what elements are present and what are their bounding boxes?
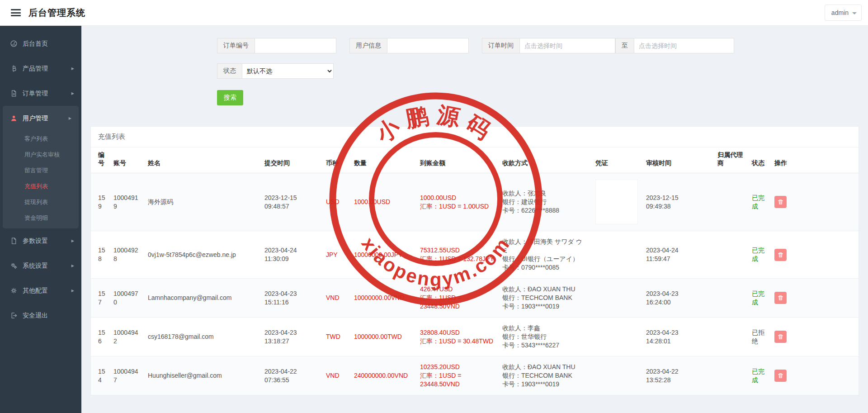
cell-agent [714, 231, 748, 279]
cell-audit-time: 2023-04-2213:52:28 [642, 356, 714, 395]
cell-name: Lamnhacompany@gmail.com [144, 279, 261, 318]
sidebar-item-params[interactable]: 参数设置▶ [0, 228, 81, 253]
sidebar-item-logout[interactable]: 安全退出 [0, 303, 81, 328]
cell-quantity: 10000000.00VND [350, 279, 416, 318]
order-time-group: 订单时间 至 [482, 38, 734, 53]
column-header: 姓名 [144, 147, 261, 173]
cell-agent [714, 318, 748, 356]
start-time-input[interactable] [520, 38, 615, 53]
order-time-label: 订单时间 [482, 38, 520, 53]
audit-time-line: 13:52:28 [646, 376, 710, 385]
sidebar-item-label: 用户管理 [23, 114, 48, 123]
cell-status: 已完成 [748, 231, 771, 279]
sidebar-subitem[interactable]: 留言管理 [3, 162, 79, 178]
end-time-input[interactable] [634, 38, 734, 53]
chevron-right-icon: ▶ [71, 66, 74, 71]
credited-line: 32808.40USD [420, 328, 495, 337]
payment-line: 银行：UI银行（ユーアイ） [502, 255, 588, 263]
cell-audit-time: 2023-04-2316:24:00 [642, 279, 714, 318]
table-row: 15410004947Huunghiseller@gmail.com2023-0… [91, 356, 859, 395]
audit-time-line: 2023-04-23 [646, 328, 710, 337]
search-button[interactable]: 搜索 [217, 90, 243, 105]
sidebar-subitem[interactable]: 资金明细 [3, 210, 79, 226]
gear-icon [10, 287, 18, 294]
payment-line: 银行：TECHCOM BANK [502, 294, 588, 302]
sidebar-item-orders[interactable]: 订单管理▶ [0, 81, 81, 106]
cell-credited-amount: 75312.55USD汇率：1USD = 132.78JPY [416, 231, 499, 279]
submit-time-line: 11:30:09 [264, 255, 319, 263]
sidebar-group-users: 用户管理▶客户列表用户实名审核留言管理充值列表提现列表资金明细 [3, 106, 79, 228]
app-title: 后台管理系统 [28, 7, 85, 19]
chevron-right-icon: ▶ [71, 91, 74, 95]
order-file-icon [10, 90, 18, 97]
cell-name: csy168178@gmail.com [144, 318, 261, 356]
hamburger-menu-icon[interactable] [11, 9, 21, 16]
sidebar: 后台首页产品管理▶订单管理▶用户管理▶客户列表用户实名审核留言管理充值列表提现列… [0, 26, 81, 413]
cell-payment-method: 收款人：张志良银行：建设银行卡号：6226****8888 [499, 173, 592, 231]
cell-payment-method: 收款人：ĐAO XUAN THU银行：TECHCOM BANK卡号：1903**… [499, 356, 592, 395]
sidebar-subitem[interactable]: 提现列表 [3, 194, 79, 210]
payment-line: 银行：世华银行 [502, 332, 588, 341]
main-content: 订单编号 用户信息 订单时间 至 状态 默认不选 搜索 [81, 26, 868, 413]
cell-submit-time: 2023-04-2411:30:09 [261, 231, 322, 279]
cell-currency: JPY [322, 231, 350, 279]
submit-time-line: 13:18:27 [264, 337, 319, 346]
gears-icon [10, 262, 18, 270]
sidebar-subitem[interactable]: 充值列表 [3, 178, 79, 194]
chevron-right-icon: ▶ [71, 264, 74, 268]
column-header: 归属代理商 [714, 147, 748, 173]
audit-time-line: 14:28:01 [646, 337, 710, 346]
sidebar-item-users[interactable]: 用户管理▶ [3, 106, 79, 131]
credited-line: 汇率：1USD = 132.78JPY [420, 255, 495, 263]
cell-credited-amount: 10235.20USD汇率：1USD = 23448.50VND [416, 356, 499, 395]
audit-time-line: 2023-04-22 [646, 367, 710, 376]
cell-name: Huunghiseller@gmail.com [144, 356, 261, 395]
cell-currency: VND [322, 279, 350, 318]
delete-button[interactable] [774, 370, 787, 382]
cell-status: 已完成 [748, 173, 771, 231]
cell-credited-amount: 1000.00USD汇率：1USD = 1.00USD [416, 173, 499, 231]
cell-payment-method: 收款人：ĐAO XUAN THU银行：TECHCOM BANK卡号：1903**… [499, 279, 592, 318]
sidebar-subitem[interactable]: 客户列表 [3, 131, 79, 147]
sidebar-subitem[interactable]: 用户实名审核 [3, 147, 79, 162]
chevron-right-icon: ▶ [69, 116, 71, 120]
credited-line: 汇率：1USD = 23448.50VND [420, 371, 495, 389]
cell-submit-time: 2023-12-1509:48:57 [261, 173, 322, 231]
sidebar-item-label: 参数设置 [23, 237, 48, 245]
voucher-thumbnail[interactable] [595, 180, 638, 224]
order-no-input[interactable] [255, 38, 336, 53]
status-select[interactable]: 默认不选 [242, 63, 334, 79]
payment-line: 卡号：1903****0019 [502, 380, 588, 389]
delete-button[interactable] [774, 331, 787, 343]
payment-line: 收款人：ĐAO XUAN THU [502, 363, 588, 371]
cell-account: 10004942 [110, 318, 144, 356]
search-filters: 订单编号 用户信息 订单时间 至 状态 默认不选 搜索 [217, 26, 868, 105]
cell-voucher [592, 173, 642, 231]
delete-button[interactable] [774, 249, 787, 261]
order-no-group: 订单编号 [217, 38, 336, 53]
submit-time-line: 2023-04-23 [264, 290, 319, 298]
column-header: 提交时间 [261, 147, 322, 173]
delete-button[interactable] [774, 292, 787, 304]
user-info-label: 用户信息 [349, 38, 387, 53]
audit-time-line: 09:49:38 [646, 202, 710, 211]
sidebar-nav: 后台首页产品管理▶订单管理▶用户管理▶客户列表用户实名审核留言管理充值列表提现列… [0, 26, 81, 328]
user-info-input[interactable] [387, 38, 469, 53]
cell-submit-time: 2023-04-2313:18:27 [261, 318, 322, 356]
sidebar-item-system[interactable]: 系统设置▶ [0, 253, 81, 278]
cell-account: 10004928 [110, 231, 144, 279]
delete-button[interactable] [774, 196, 787, 208]
sidebar-item-home[interactable]: 后台首页 [0, 31, 81, 56]
sidebar-item-other[interactable]: 其他配置▶ [0, 278, 81, 303]
cell-account: 10004919 [110, 173, 144, 231]
user-menu-dropdown[interactable]: admin [825, 5, 862, 21]
column-header: 操作 [771, 147, 859, 173]
bitcoin-icon [10, 65, 18, 72]
column-header: 状态 [748, 147, 771, 173]
table-row: 15910004919海外源码2023-12-1509:48:57USD1000… [91, 173, 859, 231]
sidebar-item-products[interactable]: 产品管理▶ [0, 56, 81, 81]
submit-time-line: 07:36:55 [264, 376, 319, 385]
audit-time-line: 16:24:00 [646, 298, 710, 307]
cell-quantity: 1000.00USD [350, 173, 416, 231]
submit-time-line: 15:11:16 [264, 298, 319, 307]
